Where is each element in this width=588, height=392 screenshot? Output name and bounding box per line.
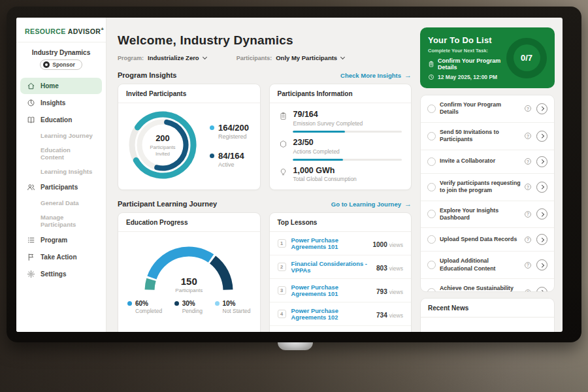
sponsor-badge: Sponsor xyxy=(40,59,82,70)
todo-title: Your To Do List xyxy=(428,35,502,45)
sidebar-item-learning-insights[interactable]: Learning Insights xyxy=(20,165,102,178)
sidebar-item-participants[interactable]: Participants xyxy=(20,179,102,195)
legend-label: Pending xyxy=(182,308,203,314)
todo-checkbox[interactable] xyxy=(427,105,436,113)
info-row-actions-completed: 23/50 Actions Completed xyxy=(279,139,402,161)
lesson-link[interactable]: Power Purchase Agreements 102 xyxy=(291,308,372,321)
program-icon xyxy=(27,236,35,244)
todo-checkbox[interactable] xyxy=(427,261,436,269)
todo-item-go-button[interactable] xyxy=(536,182,547,193)
info-icon[interactable] xyxy=(525,237,531,243)
sidebar-item-label: Take Action xyxy=(41,253,77,261)
participants-information-card: Participants Information 79/164 Emission… xyxy=(269,84,412,190)
monitor-bezel: RESOURCE ADVISOR+ Industry Dynamics Spon… xyxy=(7,7,581,342)
check-more-insights-label: Check More Insights xyxy=(340,72,401,79)
legend-dot-icon xyxy=(210,125,214,130)
lesson-row: 3 Power Purchase Agreements 101 793views xyxy=(270,279,412,302)
chevron-right-icon xyxy=(540,263,544,267)
info-icon[interactable] xyxy=(525,105,531,112)
program-insights-header: Program Insights Check More Insights xyxy=(118,71,412,79)
sidebar-item-label: Home xyxy=(41,82,59,90)
recent-news-body xyxy=(421,318,554,332)
sidebar-item-education-content[interactable]: Education Content xyxy=(20,143,102,164)
info-label: Emission Survey Completed xyxy=(293,120,363,127)
invited-count: 200 xyxy=(155,133,170,143)
todo-item-label: Invite a Collaborator xyxy=(440,157,521,165)
info-icon[interactable] xyxy=(525,289,531,292)
sidebar-item-label: Settings xyxy=(41,270,66,278)
info-icon[interactable] xyxy=(525,262,531,269)
todo-checkbox[interactable] xyxy=(427,157,436,166)
todo-progress-count: 0/7 xyxy=(514,44,540,71)
invited-participants-card: Invited Participants 200 Participants In… xyxy=(118,84,261,190)
sidebar-item-label: Learning Insights xyxy=(41,168,92,175)
education-progress-title: Education Progress xyxy=(118,213,260,232)
info-icon[interactable] xyxy=(525,133,531,139)
sidebar-item-settings[interactable]: Settings xyxy=(20,266,102,282)
settings-icon xyxy=(27,270,35,278)
sidebar-item-label: Participants xyxy=(41,184,78,191)
todo-item-send-50-invitations-to-participants: Send 50 Invitations to Participants xyxy=(421,123,554,150)
lesson-views-count: 793 xyxy=(376,288,387,295)
todo-checkbox[interactable] xyxy=(427,288,436,292)
todo-checkbox[interactable] xyxy=(427,235,436,244)
sidebar-item-home[interactable]: Home xyxy=(20,78,102,94)
legend-value: 164/200 xyxy=(218,123,249,133)
todo-item-go-button[interactable] xyxy=(536,234,547,245)
check-more-insights-link[interactable]: Check More Insights xyxy=(340,71,412,79)
sidebar-item-manage-participants[interactable]: Manage Participants xyxy=(20,210,102,231)
arrow-right-icon xyxy=(404,71,412,79)
legend-dot-icon xyxy=(210,154,214,158)
brand-primary: RESOURCE xyxy=(25,27,66,35)
lesson-link[interactable]: Power Purchase Agreements 101 xyxy=(291,237,368,250)
info-icon[interactable] xyxy=(525,158,531,165)
todo-item-go-button[interactable] xyxy=(536,208,547,220)
gauge-legend-item-pending: 30% Pending xyxy=(174,300,203,314)
todo-item-go-button[interactable] xyxy=(536,259,547,270)
participants-dropdown[interactable]: Only My Participants xyxy=(276,54,344,61)
legend-value: 10% xyxy=(223,300,251,307)
dashboard-screen: RESOURCE ADVISOR+ Industry Dynamics Spon… xyxy=(16,18,563,332)
todo-checkbox[interactable] xyxy=(427,183,436,191)
lesson-row: 5 Power Purchase Agreements 103 600views xyxy=(270,326,412,332)
lesson-rank: 1 xyxy=(278,239,286,248)
chevron-right-icon xyxy=(540,290,544,292)
sidebar-item-take-action[interactable]: Take Action xyxy=(20,249,102,265)
info-value: 79/164 xyxy=(293,110,363,120)
legend-dot-icon xyxy=(127,301,132,306)
lesson-link[interactable]: Financial Considerations - VPPAs xyxy=(291,261,372,274)
program-dropdown[interactable]: Industrialize Zero xyxy=(148,54,206,61)
lesson-views-label: views xyxy=(389,265,403,272)
info-icon[interactable] xyxy=(525,211,531,218)
todo-item-go-button[interactable] xyxy=(536,131,547,142)
page-title: Welcome, Industry Dynamics xyxy=(118,33,412,48)
sidebar-item-general-data[interactable]: General Data xyxy=(20,196,102,210)
info-icon[interactable] xyxy=(525,184,531,190)
todo-item-go-button[interactable] xyxy=(536,103,547,114)
sidebar-item-education[interactable]: Education xyxy=(20,112,102,128)
todo-item-go-button[interactable] xyxy=(536,156,547,167)
sidebar-item-program[interactable]: Program xyxy=(20,232,102,248)
info-value: 23/50 xyxy=(293,139,340,148)
bulb-icon xyxy=(279,168,288,183)
insights-icon xyxy=(27,99,35,107)
chevron-right-icon xyxy=(540,212,544,216)
todo-item-label: Achieve One Sustainability Target xyxy=(440,285,521,292)
todo-list-card: Confirm Your Program Details Send 50 Inv… xyxy=(420,95,555,292)
todo-checkbox[interactable] xyxy=(427,210,436,218)
sidebar-item-insights[interactable]: Insights xyxy=(20,95,102,111)
todo-checkbox[interactable] xyxy=(427,132,436,140)
go-to-learning-journey-link[interactable]: Go to Learning Journey xyxy=(331,200,412,208)
lesson-link[interactable]: Power Purchase Agreements 101 xyxy=(291,284,372,297)
chevron-right-icon xyxy=(540,238,544,242)
todo-item-label: Confirm Your Program Details xyxy=(440,101,521,116)
chevron-down-icon xyxy=(203,54,207,59)
sidebar: RESOURCE ADVISOR+ Industry Dynamics Spon… xyxy=(16,18,106,332)
legend-dot-icon xyxy=(174,301,179,306)
donut-legend-item-registered: 164/200 Registered xyxy=(210,123,249,140)
lesson-link[interactable]: Power Purchase Agreements 103 xyxy=(291,331,372,333)
filters-row: Program: Industrialize Zero Participants… xyxy=(118,54,412,61)
todo-item-go-button[interactable] xyxy=(536,287,547,292)
sidebar-item-learning-journey[interactable]: Learning Journey xyxy=(20,129,102,142)
chevron-down-icon xyxy=(340,54,345,59)
